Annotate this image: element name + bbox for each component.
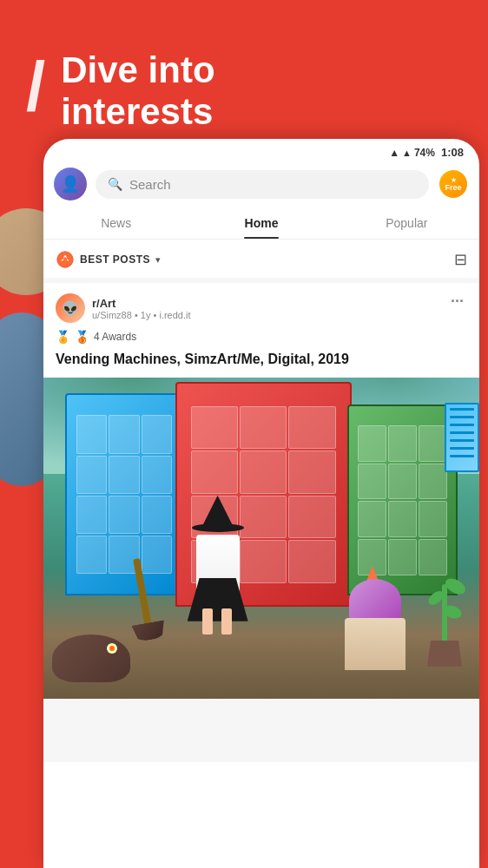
battery-indicator: 74% — [414, 147, 435, 159]
plant-pot — [427, 641, 462, 667]
post-illustration — [43, 378, 479, 699]
wifi-icon: ▲ — [389, 147, 399, 159]
app-header: 👤 🔍 Search ★ Free — [43, 162, 479, 207]
slash-icon: / — [26, 52, 45, 122]
status-bar: ▲ ▲ 74% 1:08 — [43, 139, 479, 162]
avatar[interactable]: 👤 — [54, 168, 87, 201]
post-card: 👽 r/Art u/Simz88 • 1y • i.redd.it ··· — [43, 283, 479, 699]
phone-mockup: ▲ ▲ 74% 1:08 👤 🔍 Search ★ Free News Home… — [43, 139, 479, 868]
feed: BEST POSTS ▾ ⊟ 👽 r/Art u/Simz88 • — [43, 241, 479, 762]
witch-hat-brim — [192, 523, 244, 532]
tab-popular[interactable]: Popular — [334, 207, 479, 239]
signal-icon: ▲ — [402, 148, 412, 158]
witch-leg-right — [221, 608, 232, 635]
hero-title: Dive intointerests — [61, 49, 214, 134]
awards-count: 4 Awards — [94, 331, 136, 343]
rocket-icon — [56, 250, 75, 269]
search-icon: 🔍 — [108, 177, 122, 191]
tab-news[interactable]: News — [43, 207, 188, 239]
filter-bar: BEST POSTS ▾ ⊟ — [43, 241, 479, 278]
subreddit-name[interactable]: r/Art — [92, 297, 191, 310]
subreddit-avatar-icon: 👽 — [62, 300, 79, 317]
witch-character — [183, 496, 253, 635]
creature-body — [52, 635, 130, 682]
filter-left[interactable]: BEST POSTS ▾ — [56, 250, 161, 269]
chevron-down-icon: ▾ — [155, 254, 161, 266]
shutter-slats — [446, 404, 478, 461]
art-blob-2 — [0, 312, 48, 486]
nav-tabs: News Home Popular — [43, 207, 479, 240]
avatar-icon: 👤 — [61, 174, 80, 194]
status-icons: ▲ ▲ 74% 1:08 — [389, 146, 464, 159]
post-title: Vending Machines, SimzArt/Me, Digital, 2… — [43, 349, 479, 378]
post-header: 👽 r/Art u/Simz88 • 1y • i.redd.it ··· — [43, 283, 479, 328]
awards-row: 🏅 🥉 4 Awards — [43, 328, 479, 349]
vm-grid-right — [358, 425, 447, 575]
plant — [419, 562, 471, 667]
clock: 1:08 — [441, 146, 464, 159]
subreddit-avatar[interactable]: 👽 — [56, 293, 85, 323]
search-bar[interactable]: 🔍 Search — [96, 170, 429, 199]
post-details: u/Simz88 • 1y • i.redd.it — [92, 310, 191, 320]
creature — [52, 621, 139, 682]
char2-hair — [349, 579, 401, 622]
side-art-decoration — [0, 191, 48, 495]
free-badge[interactable]: ★ Free — [438, 168, 469, 200]
search-placeholder-text: Search — [129, 177, 171, 192]
more-options-button[interactable]: ··· — [447, 293, 467, 309]
vending-machine-left — [65, 393, 183, 595]
award-icon-1: 🏅 — [56, 330, 70, 344]
layout-toggle-icon[interactable]: ⊟ — [454, 250, 467, 269]
post-meta: 👽 r/Art u/Simz88 • 1y • i.redd.it — [56, 293, 191, 323]
award-icon-2: 🥉 — [75, 330, 89, 344]
creature-eye — [107, 643, 117, 654]
witch-leg-left — [202, 608, 213, 635]
post-info: r/Art u/Simz88 • 1y • i.redd.it — [92, 297, 191, 320]
post-image[interactable] — [43, 378, 479, 699]
free-badge-label: Free — [445, 184, 461, 192]
shutter-right — [445, 403, 479, 472]
art-blob-1 — [0, 208, 48, 295]
svg-point-1 — [63, 257, 67, 260]
filter-label: BEST POSTS — [80, 253, 150, 266]
char2-body — [345, 618, 406, 670]
character-2 — [336, 579, 414, 692]
vm-grid-left — [76, 415, 173, 574]
tab-home[interactable]: Home — [188, 207, 333, 239]
witch-legs — [202, 608, 232, 635]
